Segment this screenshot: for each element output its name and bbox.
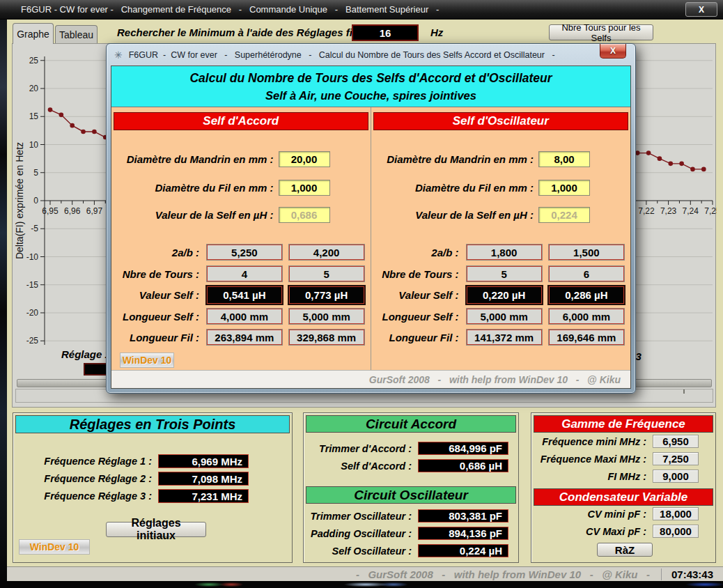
row-value-1: 0,541 µH bbox=[207, 286, 282, 304]
mandrin-accord-row: Diamètre du Mandrin en mm : 20,00 bbox=[116, 150, 330, 167]
svg-text:10: 10 bbox=[29, 140, 39, 150]
svg-text:15: 15 bbox=[29, 111, 39, 121]
table-row: Nbre de Tours : 5 6 bbox=[374, 265, 628, 282]
padding-oscillateur-display: 894,136 pF bbox=[418, 527, 508, 540]
row-value-2: 169,646 mm bbox=[549, 330, 624, 345]
svg-text:0: 0 bbox=[33, 196, 38, 206]
row-label: Valeur Self : bbox=[114, 289, 203, 301]
mandrin-oscillateur-input[interactable]: 8,00 bbox=[538, 151, 590, 167]
valeur-self-accord-input[interactable]: 0,686 bbox=[279, 207, 330, 223]
dialog-header: Calcul du Nombre de Tours des Selfs d'Ac… bbox=[111, 66, 630, 107]
desktop-background-left bbox=[0, 20, 7, 581]
row-label: Valeur Self : bbox=[374, 289, 463, 301]
cv-mini-row: CV mini pF : 18,000 bbox=[536, 507, 699, 520]
fi-mhz-row: FI MHz : 9,000 bbox=[536, 470, 699, 483]
self-oscillateur-label: Self Oscillateur : bbox=[308, 546, 418, 557]
trimmer-oscillateur-row: Trimmer Oscillateur : 803,381 pF bbox=[308, 509, 508, 523]
row-value-1: 141,372 mm bbox=[467, 330, 542, 345]
main-close-button[interactable]: X bbox=[685, 2, 717, 17]
dialog-sparkle-icon: ✳ bbox=[114, 50, 123, 60]
row-value-1: 263,894 mm bbox=[207, 330, 282, 345]
trimmer-oscillateur-display: 803,381 pF bbox=[418, 509, 508, 523]
tab-tableau[interactable]: Tableau bbox=[55, 25, 98, 44]
mandrin-accord-input[interactable]: 20,00 bbox=[279, 151, 330, 167]
row-value-2: 0,286 µH bbox=[549, 286, 624, 304]
fil-accord-label: Diamètre du Fil en mm : bbox=[155, 182, 273, 194]
minimum-hz-input[interactable]: 16 bbox=[352, 24, 419, 41]
circuit-accord-title: Circuit Accord bbox=[306, 415, 516, 433]
fil-oscillateur-input[interactable]: 1,000 bbox=[538, 180, 590, 196]
raz-button[interactable]: RàZ bbox=[597, 543, 653, 557]
row-value-1: 5 bbox=[467, 266, 542, 281]
cv-maxi-value: 80,000 bbox=[653, 525, 699, 538]
valeur-self-accord-label: Valeur de la Self en µH : bbox=[155, 209, 274, 221]
row-value-2: 6,000 mm bbox=[549, 309, 624, 324]
frequence-maxi-row: Fréquence Maxi MHz : 7,250 bbox=[536, 452, 699, 465]
svg-text:6,97: 6,97 bbox=[86, 206, 103, 216]
svg-text:25: 25 bbox=[29, 56, 39, 65]
self-oscillateur-row: Self Oscillateur : 0,224 µH bbox=[308, 544, 508, 557]
cv-maxi-label: CV Maxi pF : bbox=[536, 526, 653, 537]
reglage-1-label: Fréquence Réglage 1 : bbox=[19, 456, 158, 467]
reglage-1-row: Fréquence Réglage 1 : 6,969 MHz bbox=[19, 454, 249, 468]
self-oscillateur-column: Self d'Oscillateur Diamètre du Mandrin e… bbox=[371, 107, 631, 370]
self-accord-display: 0,686 µH bbox=[418, 459, 508, 472]
panel-gamme-frequence: Gamme de Fréquence Fréquence mini MHz : … bbox=[531, 412, 716, 563]
trimmer-accord-label: Trimmer d'Accord : bbox=[308, 443, 418, 454]
row-label: Nbre de Tours : bbox=[374, 268, 463, 280]
table-row: Nbre de Tours : 4 5 bbox=[114, 265, 368, 282]
svg-text:7,25: 7,25 bbox=[704, 206, 717, 216]
row-value-2: 5 bbox=[289, 266, 364, 281]
dialog-close-button[interactable]: X bbox=[600, 44, 626, 59]
svg-text:Delta(FI) exprimée en Hetz: Delta(FI) exprimée en Hetz bbox=[14, 142, 25, 259]
windev-logo: WinDev 10 bbox=[19, 539, 90, 555]
fi-mhz-value: 9,000 bbox=[653, 470, 699, 483]
tab-graphe-label: Graphe bbox=[17, 29, 49, 40]
dialog-title: F6GUR - CW for ever - Superhétérodyne - … bbox=[129, 50, 555, 60]
panel-circuits: Circuit Accord Trimmer d'Accord : 684,99… bbox=[303, 412, 519, 563]
svg-text:7,22: 7,22 bbox=[638, 206, 655, 216]
main-titlebar[interactable]: F6GUR - CW for ever - Changement de Fréq… bbox=[0, 0, 723, 20]
reglage-2-display: 7,098 MHz bbox=[158, 472, 249, 486]
row-value-1: 4,000 mm bbox=[207, 309, 282, 324]
status-clock: 07:43:43 bbox=[661, 568, 713, 580]
svg-text:-10: -10 bbox=[26, 252, 39, 262]
row-value-1: 5,000 mm bbox=[467, 309, 542, 324]
tab-tableau-label: Tableau bbox=[59, 29, 93, 40]
mandrin-oscillateur-row: Diamètre du Mandrin en mm : 8,00 bbox=[375, 150, 591, 167]
row-label: Longueur Fil : bbox=[114, 332, 203, 343]
cv-mini-value: 18,000 bbox=[653, 507, 699, 520]
dialog-status-bar: GurSoft 2008 - with help from WinDev 10 … bbox=[111, 370, 630, 388]
frequence-mini-label: Fréquence mini MHz : bbox=[536, 436, 653, 447]
valeur-self-oscillateur-input[interactable]: 0,224 bbox=[538, 207, 590, 223]
table-row: Longueur Fil : 263,894 mm 329,868 mm bbox=[114, 329, 368, 346]
nbre-tours-selfs-button[interactable]: Nbre Tours pour les Selfs bbox=[549, 24, 653, 40]
close-icon: X bbox=[610, 46, 616, 56]
mandrin-oscillateur-label: Diamètre du Mandrin en mm : bbox=[387, 153, 534, 165]
selfs-dialog: ✳ F6GUR - CW for ever - Superhétérodyne … bbox=[106, 43, 636, 394]
valeur-self-oscillateur-label: Valeur de la Self en µH : bbox=[415, 209, 534, 221]
svg-text:6,96: 6,96 bbox=[64, 206, 81, 216]
self-accord-column: Self d'Accord Diamètre du Mandrin en mm … bbox=[111, 107, 371, 370]
table-row: Longueur Self : 5,000 mm 6,000 mm bbox=[374, 308, 628, 325]
dialog-titlebar[interactable]: ✳ F6GUR - CW for ever - Superhétérodyne … bbox=[107, 44, 635, 65]
cv-maxi-row: CV Maxi pF : 80,000 bbox=[536, 525, 699, 538]
table-row: 2a/b : 5,250 4,200 bbox=[114, 244, 368, 261]
row-label: Longueur Self : bbox=[114, 311, 203, 323]
chart-reglage-1-label: Réglage 1 bbox=[61, 348, 111, 360]
reglages-initiaux-button[interactable]: Réglages initiaux bbox=[106, 522, 206, 537]
gamme-frequence-title: Gamme de Fréquence bbox=[534, 415, 713, 433]
fil-accord-input[interactable]: 1,000 bbox=[279, 180, 330, 196]
tab-graphe[interactable]: Graphe bbox=[13, 23, 54, 44]
svg-text:20: 20 bbox=[29, 84, 39, 93]
cv-mini-label: CV mini pF : bbox=[536, 509, 653, 520]
fil-oscillateur-row: Diamètre du Fil en mm : 1,000 bbox=[375, 179, 591, 196]
svg-text:-5: -5 bbox=[31, 224, 38, 233]
table-row: Valeur Self : 0,541 µH 0,773 µH bbox=[114, 286, 368, 304]
self-accord-header: Self d'Accord bbox=[114, 112, 368, 130]
valeur-self-accord-row: Valeur de la Self en µH : 0,686 bbox=[116, 206, 330, 223]
table-row: Longueur Self : 4,000 mm 5,000 mm bbox=[114, 308, 368, 325]
main-status-bar: - GurSoft 2008 - with help from WinDev 1… bbox=[7, 566, 723, 581]
reglage-3-display: 7,231 MHz bbox=[158, 489, 249, 503]
windev-logo: WinDev 10 bbox=[120, 353, 174, 368]
